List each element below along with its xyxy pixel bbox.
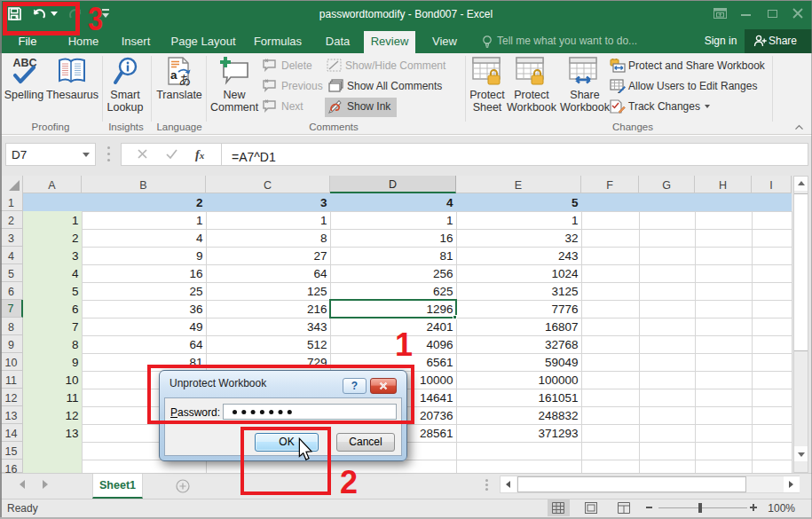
svg-text:あ: あ [179,73,191,86]
svg-text:a: a [170,68,177,82]
